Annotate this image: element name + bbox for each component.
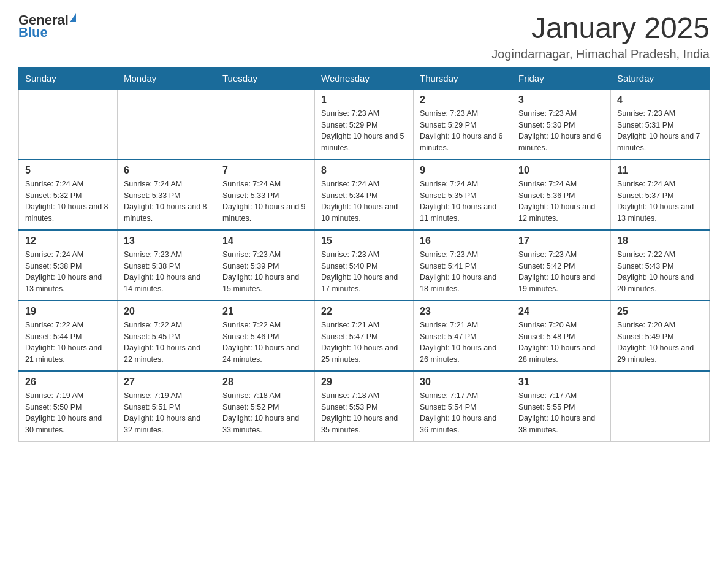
day-number: 10: [518, 165, 604, 176]
calendar-cell: 20Sunrise: 7:22 AMSunset: 5:45 PMDayligh…: [118, 301, 216, 371]
calendar-cell: 28Sunrise: 7:18 AMSunset: 5:52 PMDayligh…: [216, 371, 315, 442]
calendar-cell: 7Sunrise: 7:24 AMSunset: 5:33 PMDaylight…: [216, 159, 315, 230]
calendar-cell: 15Sunrise: 7:23 AMSunset: 5:40 PMDayligh…: [315, 230, 414, 301]
day-number: 6: [124, 165, 210, 176]
day-number: 20: [124, 306, 210, 317]
day-info: Sunrise: 7:21 AMSunset: 5:47 PMDaylight:…: [420, 320, 506, 366]
day-info: Sunrise: 7:24 AMSunset: 5:37 PMDaylight:…: [617, 178, 703, 224]
calendar-cell: 24Sunrise: 7:20 AMSunset: 5:48 PMDayligh…: [512, 301, 611, 371]
day-number: 4: [617, 94, 703, 105]
day-number: 29: [321, 377, 407, 388]
day-number: 12: [25, 236, 111, 247]
day-info: Sunrise: 7:20 AMSunset: 5:48 PMDaylight:…: [518, 320, 604, 366]
calendar-cell: 19Sunrise: 7:22 AMSunset: 5:44 PMDayligh…: [19, 301, 118, 371]
calendar-header-monday: Monday: [118, 67, 216, 89]
day-number: 1: [321, 94, 407, 105]
calendar-cell: 11Sunrise: 7:24 AMSunset: 5:37 PMDayligh…: [611, 159, 710, 230]
calendar-cell: [216, 89, 315, 159]
calendar-header-sunday: Sunday: [19, 67, 118, 89]
calendar-cell: 21Sunrise: 7:22 AMSunset: 5:46 PMDayligh…: [216, 301, 315, 371]
day-info: Sunrise: 7:23 AMSunset: 5:38 PMDaylight:…: [124, 249, 210, 295]
day-number: 23: [420, 306, 506, 317]
calendar-cell: 17Sunrise: 7:23 AMSunset: 5:42 PMDayligh…: [512, 230, 611, 301]
calendar-cell: 14Sunrise: 7:23 AMSunset: 5:39 PMDayligh…: [216, 230, 315, 301]
calendar-cell: 29Sunrise: 7:18 AMSunset: 5:53 PMDayligh…: [315, 371, 414, 442]
day-info: Sunrise: 7:19 AMSunset: 5:51 PMDaylight:…: [124, 390, 210, 436]
day-number: 17: [518, 236, 604, 247]
calendar-week-row: 12Sunrise: 7:24 AMSunset: 5:38 PMDayligh…: [19, 230, 710, 301]
day-info: Sunrise: 7:23 AMSunset: 5:30 PMDaylight:…: [518, 108, 604, 154]
day-info: Sunrise: 7:17 AMSunset: 5:54 PMDaylight:…: [420, 390, 506, 436]
day-number: 9: [420, 165, 506, 176]
calendar-header-tuesday: Tuesday: [216, 67, 315, 89]
day-number: 8: [321, 165, 407, 176]
day-info: Sunrise: 7:23 AMSunset: 5:39 PMDaylight:…: [222, 249, 308, 295]
calendar-cell: [118, 89, 216, 159]
day-info: Sunrise: 7:24 AMSunset: 5:32 PMDaylight:…: [25, 178, 111, 224]
day-number: 25: [617, 306, 703, 317]
day-info: Sunrise: 7:18 AMSunset: 5:53 PMDaylight:…: [321, 390, 407, 436]
day-number: 14: [222, 236, 308, 247]
day-info: Sunrise: 7:21 AMSunset: 5:47 PMDaylight:…: [321, 320, 407, 366]
calendar-cell: 6Sunrise: 7:24 AMSunset: 5:33 PMDaylight…: [118, 159, 216, 230]
calendar-cell: 25Sunrise: 7:20 AMSunset: 5:49 PMDayligh…: [611, 301, 710, 371]
calendar-cell: 13Sunrise: 7:23 AMSunset: 5:38 PMDayligh…: [118, 230, 216, 301]
day-info: Sunrise: 7:24 AMSunset: 5:36 PMDaylight:…: [518, 178, 604, 224]
logo: General Blue: [18, 12, 76, 40]
calendar-header-saturday: Saturday: [611, 67, 710, 89]
day-number: 30: [420, 377, 506, 388]
calendar-week-row: 26Sunrise: 7:19 AMSunset: 5:50 PMDayligh…: [19, 371, 710, 442]
day-number: 24: [518, 306, 604, 317]
month-title: January 2025: [491, 12, 710, 45]
calendar-cell: 16Sunrise: 7:23 AMSunset: 5:41 PMDayligh…: [414, 230, 512, 301]
day-info: Sunrise: 7:22 AMSunset: 5:45 PMDaylight:…: [124, 320, 210, 366]
calendar-cell: 12Sunrise: 7:24 AMSunset: 5:38 PMDayligh…: [19, 230, 118, 301]
title-area: January 2025 Jogindarnagar, Himachal Pra…: [491, 12, 710, 61]
day-number: 18: [617, 236, 703, 247]
day-number: 13: [124, 236, 210, 247]
calendar-cell: [611, 371, 710, 442]
calendar-header-thursday: Thursday: [414, 67, 512, 89]
day-number: 22: [321, 306, 407, 317]
calendar-cell: 26Sunrise: 7:19 AMSunset: 5:50 PMDayligh…: [19, 371, 118, 442]
day-info: Sunrise: 7:24 AMSunset: 5:33 PMDaylight:…: [222, 178, 308, 224]
calendar-cell: 22Sunrise: 7:21 AMSunset: 5:47 PMDayligh…: [315, 301, 414, 371]
logo-triangle-icon: [70, 13, 76, 22]
calendar-cell: 9Sunrise: 7:24 AMSunset: 5:35 PMDaylight…: [414, 159, 512, 230]
day-number: 16: [420, 236, 506, 247]
day-number: 28: [222, 377, 308, 388]
calendar-cell: 18Sunrise: 7:22 AMSunset: 5:43 PMDayligh…: [611, 230, 710, 301]
calendar-week-row: 1Sunrise: 7:23 AMSunset: 5:29 PMDaylight…: [19, 89, 710, 159]
calendar-cell: 8Sunrise: 7:24 AMSunset: 5:34 PMDaylight…: [315, 159, 414, 230]
day-number: 5: [25, 165, 111, 176]
calendar-cell: 30Sunrise: 7:17 AMSunset: 5:54 PMDayligh…: [414, 371, 512, 442]
day-number: 26: [25, 377, 111, 388]
day-info: Sunrise: 7:22 AMSunset: 5:44 PMDaylight:…: [25, 320, 111, 366]
day-info: Sunrise: 7:23 AMSunset: 5:41 PMDaylight:…: [420, 249, 506, 295]
calendar-cell: 2Sunrise: 7:23 AMSunset: 5:29 PMDaylight…: [414, 89, 512, 159]
day-number: 2: [420, 94, 506, 105]
page-header: General Blue January 2025 Jogindarnagar,…: [18, 12, 710, 61]
calendar-cell: 23Sunrise: 7:21 AMSunset: 5:47 PMDayligh…: [414, 301, 512, 371]
calendar-header-friday: Friday: [512, 67, 611, 89]
day-info: Sunrise: 7:24 AMSunset: 5:34 PMDaylight:…: [321, 178, 407, 224]
day-info: Sunrise: 7:23 AMSunset: 5:42 PMDaylight:…: [518, 249, 604, 295]
logo-blue-text: Blue: [18, 25, 48, 40]
day-number: 27: [124, 377, 210, 388]
day-number: 31: [518, 377, 604, 388]
day-info: Sunrise: 7:20 AMSunset: 5:49 PMDaylight:…: [617, 320, 703, 366]
day-number: 7: [222, 165, 308, 176]
day-number: 21: [222, 306, 308, 317]
calendar-cell: 5Sunrise: 7:24 AMSunset: 5:32 PMDaylight…: [19, 159, 118, 230]
calendar-week-row: 19Sunrise: 7:22 AMSunset: 5:44 PMDayligh…: [19, 301, 710, 371]
day-number: 15: [321, 236, 407, 247]
day-info: Sunrise: 7:24 AMSunset: 5:38 PMDaylight:…: [25, 249, 111, 295]
calendar-header-wednesday: Wednesday: [315, 67, 414, 89]
day-info: Sunrise: 7:23 AMSunset: 5:29 PMDaylight:…: [420, 108, 506, 154]
day-info: Sunrise: 7:23 AMSunset: 5:40 PMDaylight:…: [321, 249, 407, 295]
calendar-cell: 3Sunrise: 7:23 AMSunset: 5:30 PMDaylight…: [512, 89, 611, 159]
day-info: Sunrise: 7:22 AMSunset: 5:46 PMDaylight:…: [222, 320, 308, 366]
calendar-header-row: SundayMondayTuesdayWednesdayThursdayFrid…: [19, 67, 710, 89]
calendar-week-row: 5Sunrise: 7:24 AMSunset: 5:32 PMDaylight…: [19, 159, 710, 230]
day-info: Sunrise: 7:23 AMSunset: 5:31 PMDaylight:…: [617, 108, 703, 154]
